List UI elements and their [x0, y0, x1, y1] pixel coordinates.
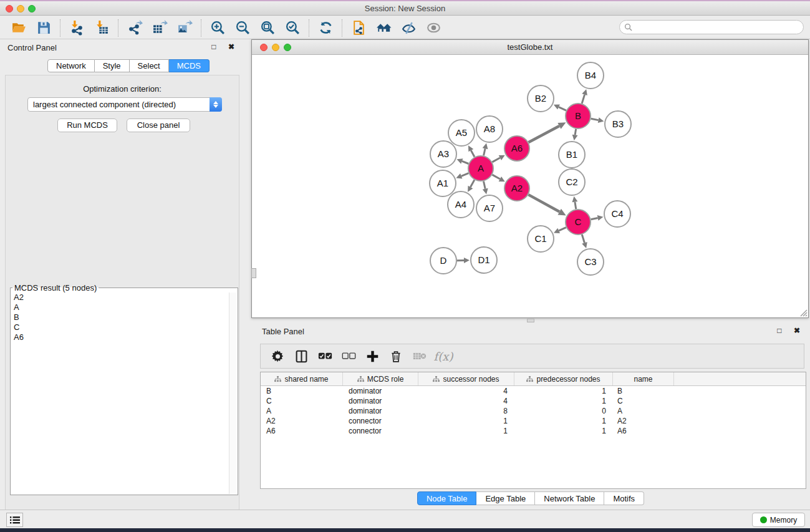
hide-graphics-details-button[interactable] [396, 18, 421, 38]
import-network-button[interactable] [64, 18, 89, 38]
export-network-button[interactable] [122, 18, 147, 38]
view-splitter-handle[interactable] [251, 268, 256, 278]
close-panel-icon[interactable]: ✖ [228, 42, 239, 51]
graph-edge-C-C2[interactable] [575, 202, 576, 210]
graph-node-A7[interactable]: A7 [476, 195, 503, 221]
table-row[interactable]: Adominator80A [261, 406, 806, 416]
graph-edge-A2-C[interactable] [528, 195, 559, 211]
table-row[interactable]: Bdominator41B [261, 386, 806, 396]
graph-edge-A6-B[interactable] [529, 126, 559, 142]
close-panel-button[interactable]: Close panel [127, 118, 190, 132]
graph-edge-C-C3[interactable] [582, 235, 584, 243]
export-table-button[interactable] [147, 18, 172, 38]
graph-edge-A-A5[interactable] [471, 150, 475, 157]
mcds-result-item[interactable]: A2 [11, 293, 229, 302]
export-image-button[interactable] [172, 18, 197, 38]
graph-edge-A-A7[interactable] [483, 181, 485, 189]
network-canvas[interactable]: AA1A2A3A4A5A6A7A8BB1B2B3B4CC1C2C3C4DD1 [252, 55, 808, 317]
save-session-button[interactable] [31, 18, 56, 38]
zoom-out-button[interactable] [230, 18, 255, 38]
graph-edge-A-A4[interactable] [470, 180, 474, 187]
graph-node-C3[interactable]: C3 [577, 249, 604, 275]
search-input[interactable] [632, 21, 803, 34]
tab-select[interactable]: Select [130, 59, 169, 72]
graph-edge-C-C4[interactable] [591, 218, 598, 219]
refresh-button[interactable] [313, 18, 338, 38]
graph-node-A1[interactable]: A1 [430, 170, 456, 196]
column-header-successor-nodes[interactable]: successor nodes [418, 372, 514, 385]
graph-node-B[interactable]: B [566, 104, 591, 128]
tab-motifs[interactable]: Motifs [604, 491, 644, 505]
graph-node-B1[interactable]: B1 [559, 142, 585, 168]
delete-column-button[interactable] [384, 346, 408, 367]
table-row[interactable]: A2connector11A2 [261, 416, 806, 426]
tab-network[interactable]: Network [47, 59, 95, 72]
network-window-titlebar[interactable]: testGlobe.txt [252, 40, 808, 55]
table-row[interactable]: A6connector11A6 [261, 426, 806, 436]
graph-node-A2[interactable]: A2 [504, 176, 529, 201]
show-log-button[interactable] [6, 513, 23, 527]
criterion-dropdown[interactable]: largest connected component (directed) [27, 97, 222, 112]
column-header-predecessor-nodes[interactable]: predecessor nodes [514, 372, 613, 385]
column-header-mcds-role[interactable]: MCDS role [343, 372, 418, 385]
resize-grip-icon[interactable] [799, 308, 808, 317]
open-session-button[interactable] [6, 18, 31, 38]
column-header-shared-name[interactable]: shared name [261, 372, 343, 385]
mcds-result-item[interactable]: C [11, 322, 229, 332]
show-columns-button[interactable] [289, 346, 313, 367]
graph-node-B4[interactable]: B4 [577, 62, 604, 89]
column-header-name[interactable]: name [613, 372, 674, 385]
add-column-button[interactable] [360, 346, 384, 367]
show-graphics-details-button[interactable] [421, 18, 446, 38]
table-row[interactable]: Cdominator41C [261, 396, 806, 406]
graph-edge-A-A8[interactable] [484, 148, 486, 155]
graph-node-B2[interactable]: B2 [528, 85, 554, 112]
graph-edge-B-B2[interactable] [559, 107, 566, 111]
graph-node-A8[interactable]: A8 [476, 116, 503, 142]
tab-style[interactable]: Style [95, 59, 130, 72]
graph-node-C4[interactable]: C4 [604, 201, 630, 227]
zoom-fit-button[interactable] [255, 18, 280, 38]
zoom-in-button[interactable] [205, 18, 230, 38]
home-button[interactable] [371, 18, 396, 38]
float-table-panel-icon[interactable]: □ [777, 326, 786, 335]
graph-node-A5[interactable]: A5 [448, 120, 475, 146]
tab-edge-table[interactable]: Edge Table [476, 491, 535, 505]
graph-node-A4[interactable]: A4 [448, 191, 474, 218]
graph-edge-C-C1[interactable] [559, 228, 566, 231]
table-settings-button[interactable] [266, 346, 289, 367]
graph-edge-B-B4[interactable] [582, 95, 584, 104]
graph-edge-B-B3[interactable] [591, 118, 599, 120]
mcds-result-list[interactable]: A2ABCA6 [11, 293, 229, 494]
close-table-panel-icon[interactable]: ✖ [794, 326, 805, 335]
tab-network-table[interactable]: Network Table [535, 491, 604, 505]
graph-node-A3[interactable]: A3 [430, 141, 456, 167]
graph-edge-A-A6[interactable] [492, 158, 499, 162]
graph-node-A6[interactable]: A6 [504, 136, 529, 161]
select-all-columns-button[interactable] [313, 346, 337, 367]
graph-edge-B-B1[interactable] [575, 129, 576, 135]
graph-node-C2[interactable]: C2 [559, 169, 585, 195]
graph-node-B3[interactable]: B3 [605, 111, 631, 137]
graph-node-A[interactable]: A [468, 156, 493, 181]
search-box[interactable] [619, 20, 804, 34]
graph-node-D[interactable]: D [430, 248, 456, 274]
graph-node-D1[interactable]: D1 [471, 247, 497, 273]
run-mcds-button[interactable]: Run MCDS [57, 118, 117, 132]
import-table-button[interactable] [89, 18, 114, 38]
graph-edge-A-A1[interactable] [461, 173, 469, 177]
tab-node-table[interactable]: Node Table [417, 491, 477, 505]
mcds-result-item[interactable]: B [11, 312, 229, 322]
graph-node-C[interactable]: C [566, 210, 591, 235]
tab-mcds[interactable]: MCDS [169, 59, 210, 72]
memory-button[interactable]: Memory [752, 513, 805, 527]
panel-splitter-handle[interactable] [527, 319, 534, 322]
graph-node-C1[interactable]: C1 [528, 226, 554, 252]
graph-edge-A-A3[interactable] [462, 161, 469, 163]
unselect-all-columns-button[interactable] [337, 346, 360, 367]
copy-network-button[interactable] [346, 18, 371, 38]
result-scrollbar[interactable] [229, 293, 237, 494]
float-panel-icon[interactable]: □ [211, 42, 221, 51]
zoom-selected-button[interactable] [280, 18, 305, 38]
mcds-result-item[interactable]: A [11, 302, 229, 312]
